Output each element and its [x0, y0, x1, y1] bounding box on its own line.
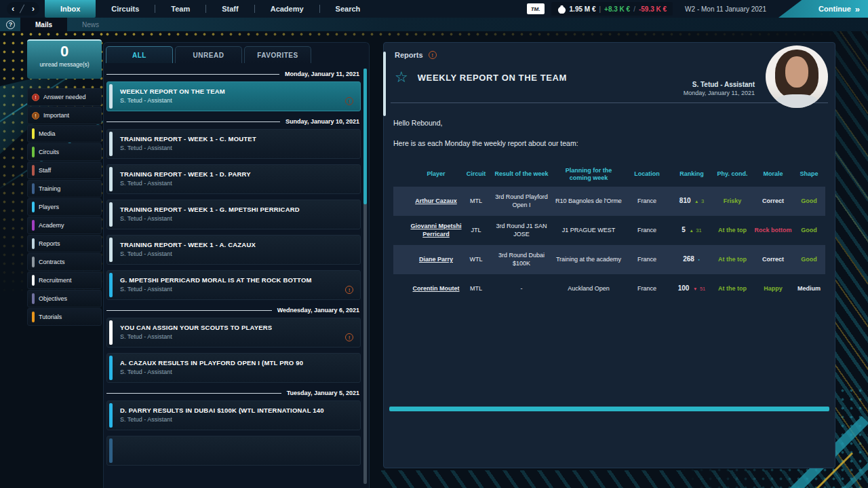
sub-nav-bar: ? Mails News: [0, 18, 868, 31]
mail-item[interactable]: TRAINING REPORT - WEEK 1 - A. CAZAUX S. …: [106, 235, 361, 265]
date-separator: Sunday, January 10, 2021: [106, 118, 361, 125]
separator-date: Monday, January 11, 2021: [285, 71, 361, 77]
report-date: Monday, January 11, 2021: [684, 90, 755, 96]
mail-filter-list: ! Answer needed ! Important Media Circui…: [27, 88, 102, 326]
header-location: Location: [623, 170, 671, 178]
phy-cond-cell: At the top: [712, 284, 753, 294]
filter-contracts[interactable]: Contracts: [27, 253, 102, 271]
filter-label: Contracts: [39, 259, 65, 265]
date-separator: Tuesday, January 5, 2021: [106, 390, 361, 396]
top-bar: ‹ › Inbox Circuits Team Staff Academy Se…: [0, 0, 868, 18]
tab-team[interactable]: Team: [155, 0, 205, 18]
help-icon[interactable]: ?: [6, 20, 15, 29]
double-chevron-icon: »: [855, 4, 860, 14]
shape-cell: Good: [793, 196, 825, 206]
separator-line: [106, 393, 281, 394]
mail-item[interactable]: TRAINING REPORT - WEEK 1 - C. MOUTET S. …: [106, 129, 361, 159]
tab-inbox[interactable]: Inbox: [45, 0, 96, 18]
mail-title: TRAINING REPORT - WEEK 1 - A. CAZAUX: [120, 241, 256, 248]
tab-circuits[interactable]: Circuits: [96, 0, 155, 18]
circuit-cell: MTL: [464, 196, 488, 206]
phy-cond-cell: Frisky: [712, 196, 753, 206]
back-icon[interactable]: ‹: [12, 2, 14, 16]
tab-mails[interactable]: Mails: [20, 18, 67, 31]
result-cell: 3rd Round J1 SAN JOSE: [488, 221, 555, 240]
filter-reports[interactable]: Reports: [27, 235, 102, 252]
filter-training[interactable]: Training: [27, 180, 102, 198]
filter-staff[interactable]: Staff: [27, 162, 102, 179]
author-block: S. Tetud - Assistant Monday, January 11,…: [684, 81, 755, 96]
tab-all[interactable]: ALL: [106, 46, 173, 63]
category-color-chip: [32, 257, 35, 267]
tab-unread[interactable]: UNREAD: [175, 46, 242, 63]
player-link[interactable]: Diane Parry: [408, 255, 464, 265]
separator-date: Tuesday, January 5, 2021: [287, 390, 361, 396]
shape-cell: Medium: [793, 284, 825, 294]
mail-title: YOU CAN ASSIGN YOUR SCOUTS TO PLAYERS: [120, 324, 272, 331]
ranking-cell: 100 ▼ 51: [671, 283, 712, 295]
location-cell: France: [623, 255, 671, 265]
tab-favorites[interactable]: FAVORITES: [244, 46, 311, 63]
history-nav: ‹ ›: [7, 2, 39, 16]
finance-separator: /: [633, 5, 635, 13]
filter-recruitment[interactable]: Recruitment: [27, 271, 102, 289]
mail-item[interactable]: WEEKLY REPORT ON THE TEAM S. Tetud - Ass…: [106, 81, 361, 111]
player-link[interactable]: Arthur Cazaux: [408, 196, 464, 206]
player-link[interactable]: Giovanni Mpetshi Perricard: [408, 221, 464, 240]
filter-important[interactable]: ! Important: [27, 107, 102, 124]
mail-title: TRAINING REPORT - WEEK 1 - G. MPETSHI PE…: [120, 206, 300, 213]
result-cell: 3rd Round Playford Open I: [488, 192, 555, 210]
report-footer-divider: [389, 407, 829, 411]
mail-item[interactable]: A. CAZAUX RESULTS IN PLAYFORD OPEN I (MT…: [106, 353, 361, 383]
scrollbar-thumb[interactable]: [363, 69, 367, 204]
continue-label: Continue: [818, 5, 851, 13]
filter-answer-needed[interactable]: ! Answer needed: [27, 88, 102, 106]
filter-players[interactable]: Players: [27, 198, 102, 216]
ranking-cell: 268 ▪: [671, 254, 712, 265]
forward-icon[interactable]: ›: [32, 2, 35, 16]
unread-counter: 0 unread message(s): [27, 39, 102, 79]
mail-sender: S. Tetud - Assistant: [120, 250, 256, 257]
filter-tutorials[interactable]: Tutorials: [27, 308, 102, 326]
continue-button[interactable]: Continue »: [778, 0, 868, 18]
finance-separator: |: [599, 5, 601, 13]
mail-item[interactable]: [106, 436, 361, 466]
mail-title: D. PARRY RESULTS IN DUBAI $100K (WTL INT…: [120, 407, 324, 414]
player-link[interactable]: Corentin Moutet: [408, 284, 464, 294]
avatar-face: [785, 56, 809, 88]
mail-title: WEEKLY REPORT ON THE TEAM: [120, 88, 225, 95]
tab-staff[interactable]: Staff: [206, 0, 254, 18]
table-header-row: Player Circuit Result of the week Planni…: [393, 162, 825, 187]
answer-needed-icon: !: [32, 94, 39, 101]
mail-sender: S. Tetud - Assistant: [120, 416, 324, 423]
filter-academy[interactable]: Academy: [27, 217, 102, 234]
morale-cell: Correct: [753, 196, 793, 206]
mail-sidebar: 0 unread message(s) ! Answer needed ! Im…: [27, 39, 102, 326]
filter-media[interactable]: Media: [27, 125, 102, 143]
balance-value: 1.95 M €: [570, 5, 596, 13]
mail-item[interactable]: TRAINING REPORT - WEEK 1 - G. MPETSHI PE…: [106, 200, 361, 229]
rank-delta: 51: [700, 286, 705, 292]
planning-cell: R10 Bagnoles de l'Orme: [555, 196, 623, 206]
mail-item[interactable]: D. PARRY RESULTS IN DUBAI $100K (WTL INT…: [106, 400, 361, 430]
mail-list-panel: ALL UNREAD FAVORITES Monday, January 11,…: [103, 42, 370, 488]
author-name: S. Tetud - Assistant: [684, 81, 755, 88]
planning-cell: Auckland Open: [555, 284, 623, 294]
favorite-star-icon[interactable]: ☆: [395, 70, 408, 85]
rank-down-icon: ▼: [693, 286, 697, 291]
mail-scrollbar[interactable]: [363, 69, 367, 484]
filter-objectives[interactable]: Objectives: [27, 290, 102, 307]
filter-circuits[interactable]: Circuits: [27, 143, 102, 161]
mail-item[interactable]: YOU CAN ASSIGN YOUR SCOUTS TO PLAYERS S.…: [106, 318, 361, 348]
mail-item[interactable]: G. MPETSHI PERRICARD MORAL IS AT THE ROC…: [106, 270, 361, 300]
tab-news[interactable]: News: [67, 18, 114, 31]
morale-cell: Correct: [753, 255, 793, 265]
tab-search[interactable]: Search: [320, 0, 376, 18]
avatar: [766, 45, 828, 108]
tab-academy[interactable]: Academy: [255, 0, 319, 18]
rank-value: 268: [683, 255, 694, 263]
mail-item[interactable]: TRAINING REPORT - WEEK 1 - D. PARRY S. T…: [106, 164, 361, 194]
filter-label: Recruitment: [39, 277, 72, 284]
circuit-cell: WTL: [464, 255, 488, 265]
filter-label: Important: [43, 112, 69, 119]
